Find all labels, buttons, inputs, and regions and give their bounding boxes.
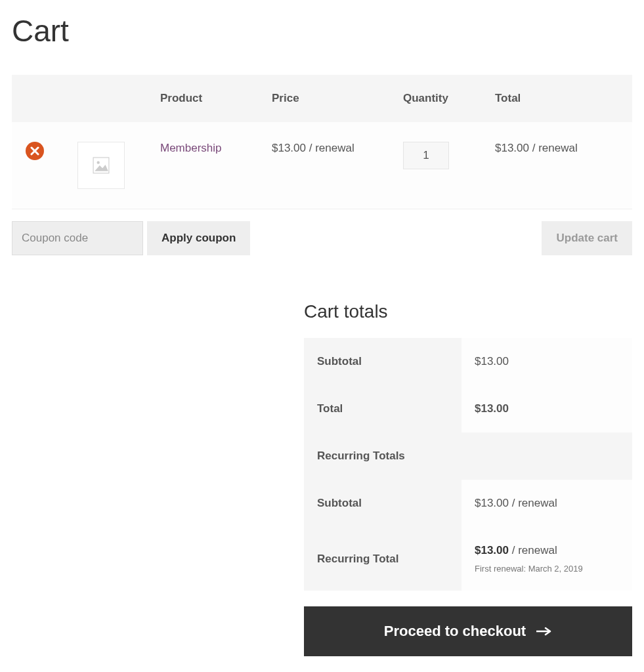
cart-totals: Cart totals Subtotal $13.00 Total $13.00… [304, 301, 632, 656]
col-product-header: Product [150, 75, 261, 122]
recurring-total-value: $13.00 [475, 544, 509, 556]
subtotal-label: Subtotal [304, 338, 462, 385]
col-thumb-header [58, 75, 150, 122]
quantity-input[interactable] [403, 142, 449, 169]
recurring-total-cell: $13.00 / renewal First renewal: March 2,… [462, 527, 632, 591]
page-title: Cart [12, 13, 632, 49]
recurring-subtotal-value: $13.00 / renewal [462, 480, 632, 527]
total-value: $13.00 [462, 385, 632, 432]
checkout-label: Proceed to checkout [384, 623, 526, 640]
remove-item-button[interactable] [26, 142, 44, 160]
recurring-total-suffix: / renewal [509, 544, 557, 556]
col-quantity-header: Quantity [393, 75, 484, 122]
product-total: $13.00 / renewal [484, 122, 632, 209]
cart-totals-table: Subtotal $13.00 Total $13.00 Recurring T… [304, 338, 632, 591]
first-renewal-note: First renewal: March 2, 2019 [475, 564, 619, 574]
table-row: Membership $13.00 / renewal $13.00 / ren… [12, 122, 632, 209]
cart-totals-heading: Cart totals [304, 301, 632, 322]
svg-point-1 [97, 161, 100, 164]
product-thumbnail[interactable] [77, 142, 125, 189]
cart-table: Product Price Quantity Total [12, 75, 632, 209]
coupon-input[interactable] [12, 221, 143, 255]
image-placeholder-icon [93, 157, 110, 174]
subtotal-value: $13.00 [462, 338, 632, 385]
arrow-right-icon [536, 625, 552, 637]
product-price: $13.00 / renewal [261, 122, 393, 209]
col-price-header: Price [261, 75, 393, 122]
total-label: Total [304, 385, 462, 432]
proceed-to-checkout-button[interactable]: Proceed to checkout [304, 606, 632, 656]
col-remove-header [12, 75, 58, 122]
recurring-subtotal-label: Subtotal [304, 480, 462, 527]
cart-actions: Apply coupon Update cart [12, 221, 632, 255]
close-icon [30, 146, 39, 156]
product-link[interactable]: Membership [160, 142, 222, 154]
recurring-total-label: Recurring Total [304, 527, 462, 591]
recurring-totals-heading: Recurring Totals [304, 432, 632, 480]
apply-coupon-button[interactable]: Apply coupon [147, 221, 250, 255]
col-total-header: Total [484, 75, 632, 122]
update-cart-button[interactable]: Update cart [542, 221, 632, 255]
